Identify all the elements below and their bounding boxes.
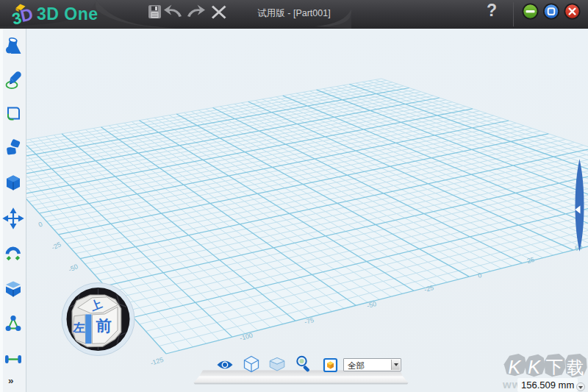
svg-text:0: 0 <box>37 221 44 229</box>
svg-text:K: K <box>528 357 542 377</box>
svg-text:-25: -25 <box>423 284 434 293</box>
svg-text:K: K <box>508 357 522 377</box>
svg-text:-50: -50 <box>68 263 79 274</box>
svg-text:-75: -75 <box>304 316 315 326</box>
svg-text:-50: -50 <box>366 300 377 310</box>
svg-text:前: 前 <box>96 317 112 334</box>
svg-text:-125: -125 <box>150 356 165 367</box>
svg-text:下: 下 <box>546 357 564 377</box>
svg-text:-25: -25 <box>51 240 62 252</box>
svg-text:左: 左 <box>72 321 85 334</box>
svg-text:载: 载 <box>567 357 584 377</box>
